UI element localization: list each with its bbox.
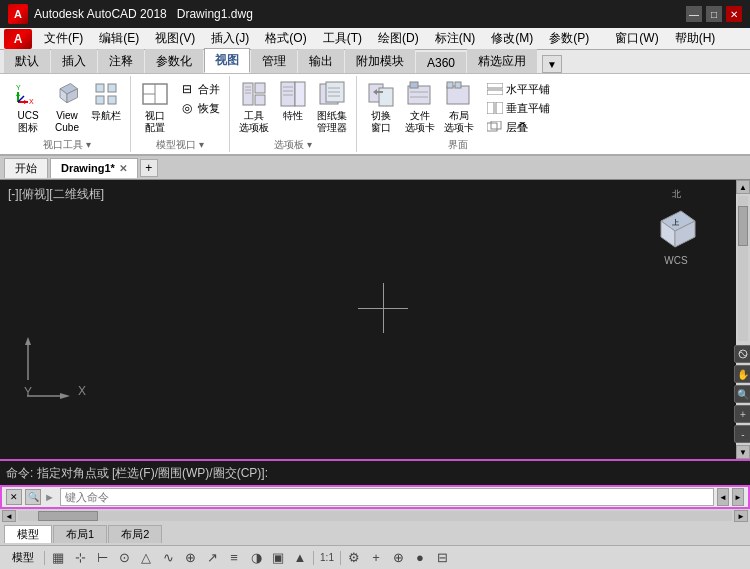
svg-rect-35 xyxy=(408,86,430,104)
model-viewport-label: 模型视口 ▾ xyxy=(156,136,204,152)
restore-button[interactable]: ◎ 恢复 xyxy=(176,99,223,117)
command-input[interactable] xyxy=(60,488,714,506)
cmd-scroll-right[interactable]: ► xyxy=(732,488,744,506)
maximize-button[interactable]: □ xyxy=(706,6,722,22)
pan-tool-button[interactable]: ✋ xyxy=(734,365,750,383)
new-drawing-button[interactable]: + xyxy=(140,159,158,177)
otrack-toggle-btn[interactable]: ∿ xyxy=(159,549,177,567)
dynmode-toggle-btn[interactable]: ↗ xyxy=(203,549,221,567)
svg-rect-23 xyxy=(281,82,295,106)
menu-window[interactable]: 窗口(W) xyxy=(607,28,666,49)
cmd-close-btn[interactable]: ✕ xyxy=(6,489,22,505)
ortho-toggle-btn[interactable]: ⊢ xyxy=(93,549,111,567)
menu-modify[interactable]: 修改(M) xyxy=(483,28,541,49)
viewcube-icon xyxy=(53,80,81,108)
menu-params[interactable]: 参数(P) xyxy=(541,28,597,49)
tab-a360[interactable]: A360 xyxy=(416,52,466,73)
cmd-scroll-left[interactable]: ◄ xyxy=(717,488,729,506)
close-button[interactable]: ✕ xyxy=(726,6,742,22)
h-scroll-thumb[interactable] xyxy=(38,511,98,521)
svg-rect-34 xyxy=(379,88,393,106)
zoom-in-button[interactable]: + xyxy=(734,405,750,423)
layout-tab-button[interactable]: 布局选项卡 xyxy=(441,78,477,136)
tab-insert[interactable]: 插入 xyxy=(51,49,97,73)
viewport-config-button[interactable]: 视口配置 xyxy=(137,78,173,136)
polar-toggle-btn[interactable]: ⊙ xyxy=(115,549,133,567)
trans-toggle-btn[interactable]: ◑ xyxy=(247,549,265,567)
scale-btn[interactable]: 1:1 xyxy=(318,549,336,567)
plot-btn[interactable]: ● xyxy=(411,549,429,567)
tab-featured[interactable]: 精选应用 xyxy=(467,49,537,73)
drawing-tab-close[interactable]: ✕ xyxy=(119,163,127,174)
tile-vertical-button[interactable]: 垂直平铺 xyxy=(484,99,553,117)
viewport-add-btn[interactable]: ⊕ xyxy=(389,549,407,567)
tab-addons[interactable]: 附加模块 xyxy=(345,49,415,73)
cmd-search-btn[interactable]: 🔍 xyxy=(25,489,41,505)
tab-view[interactable]: 视图 xyxy=(204,48,250,73)
layout-tab-icon xyxy=(445,80,473,108)
scroll-thumb-v[interactable] xyxy=(738,206,748,246)
menu-format[interactable]: 格式(O) xyxy=(257,28,314,49)
tab-manage[interactable]: 管理 xyxy=(251,49,297,73)
drawing-canvas[interactable]: [-][俯视][二维线框] Y xyxy=(0,180,736,459)
merge-button[interactable]: ⊟ 合并 xyxy=(176,80,223,98)
drawing-tab-drawing1[interactable]: Drawing1* ✕ xyxy=(50,158,138,178)
menu-insert[interactable]: 插入(J) xyxy=(203,28,257,49)
drawing-tab-start[interactable]: 开始 xyxy=(4,158,48,178)
snap-toggle-btn[interactable]: ⊹ xyxy=(71,549,89,567)
layout-tab-2[interactable]: 布局2 xyxy=(108,525,162,543)
osnap-toggle-btn[interactable]: △ xyxy=(137,549,155,567)
menu-edit[interactable]: 编辑(E) xyxy=(91,28,147,49)
tab-output[interactable]: 输出 xyxy=(298,49,344,73)
tab-annotate[interactable]: 注释 xyxy=(98,49,144,73)
add-btn[interactable]: + xyxy=(367,549,385,567)
ribbon-more-btn[interactable]: ▼ xyxy=(542,55,562,73)
minimize-button[interactable]: — xyxy=(686,6,702,22)
menu-dimension[interactable]: 标注(N) xyxy=(427,28,484,49)
menu-draw[interactable]: 绘图(D) xyxy=(370,28,427,49)
layout-tab-1[interactable]: 布局1 xyxy=(53,525,107,543)
orbit-tool-button[interactable] xyxy=(734,345,750,363)
properties-button[interactable]: 特性 xyxy=(275,78,311,124)
tab-default[interactable]: 默认 xyxy=(4,49,50,73)
switch-window-button[interactable]: 切换窗口 xyxy=(363,78,399,136)
cascade-button[interactable]: 层叠 xyxy=(484,118,553,136)
lcui-toggle-btn[interactable]: ⊕ xyxy=(181,549,199,567)
layout-tab-model[interactable]: 模型 xyxy=(4,525,52,543)
menu-file[interactable]: 文件(F) xyxy=(36,28,91,49)
sheet-set-button[interactable]: 图纸集管理器 xyxy=(314,78,350,136)
menu-help[interactable]: 帮助(H) xyxy=(667,28,724,49)
ucs-icon-button[interactable]: X Y UCS图标 xyxy=(10,78,46,136)
select-toggle-btn[interactable]: ▣ xyxy=(269,549,287,567)
menu-tools[interactable]: 工具(T) xyxy=(315,28,370,49)
settings-btn[interactable]: ⚙ xyxy=(345,549,363,567)
nav-tools: ✋ 🔍 + - xyxy=(733,343,750,445)
linewt-toggle-btn[interactable]: ≡ xyxy=(225,549,243,567)
h-scroll-right-btn[interactable]: ► xyxy=(734,510,748,522)
menu-view[interactable]: 视图(V) xyxy=(147,28,203,49)
tool-palette-button[interactable]: 工具选项板 xyxy=(236,78,272,136)
status-model-btn[interactable]: 模型 xyxy=(6,549,40,566)
viewcube-widget[interactable]: 北 上 WCS xyxy=(646,188,706,266)
h-scroll-left-btn[interactable]: ◄ xyxy=(2,510,16,522)
navigation-bar-button[interactable]: 导航栏 xyxy=(88,78,124,124)
scroll-up-button[interactable]: ▲ xyxy=(736,180,750,194)
app-menu-logo[interactable]: A xyxy=(4,29,32,49)
viewcube-button[interactable]: ViewCube xyxy=(49,78,85,136)
command-area: 命令: 指定对角点或 [栏选(F)/圈围(WP)/圈交(CP)]: xyxy=(0,459,750,485)
right-scrollbar[interactable]: ▲ ✋ 🔍 + - ▼ xyxy=(736,180,750,459)
file-tab-button[interactable]: 文件选项卡 xyxy=(402,78,438,136)
interface-col: 水平平铺 垂直平铺 xyxy=(484,78,553,136)
tile-horizontal-button[interactable]: 水平平铺 xyxy=(484,80,553,98)
sheet-set-icon xyxy=(318,80,346,108)
tab-parametric[interactable]: 参数化 xyxy=(145,49,203,73)
clean-screen-btn[interactable]: ⊟ xyxy=(433,549,451,567)
svg-rect-17 xyxy=(243,83,253,105)
svg-rect-43 xyxy=(487,90,503,95)
scroll-down-button[interactable]: ▼ xyxy=(736,445,750,459)
zoom-tool-button[interactable]: 🔍 xyxy=(734,385,750,403)
anno-scale-btn[interactable]: ▲ xyxy=(291,549,309,567)
viewcube-3d[interactable]: 上 xyxy=(651,203,701,253)
zoom-out-button[interactable]: - xyxy=(734,425,750,443)
grid-toggle-btn[interactable]: ▦ xyxy=(49,549,67,567)
